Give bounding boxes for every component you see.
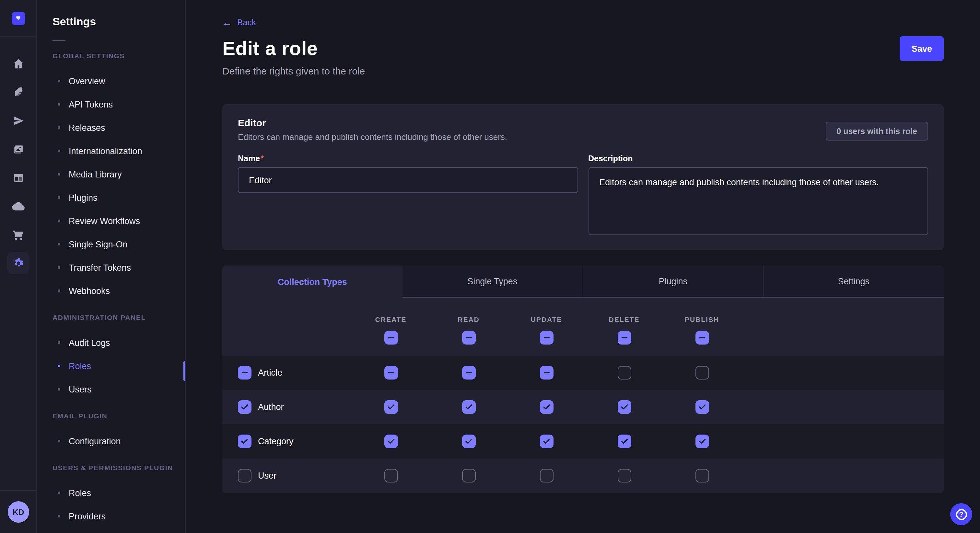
sidebar-item-roles-admin[interactable]: Roles — [52, 354, 185, 378]
update-checkbox[interactable] — [539, 469, 553, 482]
name-field-group: Name* — [238, 154, 578, 238]
sidebar-item-providers[interactable]: Providers — [52, 504, 185, 528]
row-select-checkbox[interactable] — [238, 400, 251, 414]
description-textarea[interactable]: Editors can manage and publish contents … — [588, 167, 928, 235]
settings-sidebar: Settings Global Settings Overview API To… — [37, 0, 186, 533]
layout-window-icon[interactable] — [6, 163, 30, 192]
update-checkbox[interactable] — [539, 435, 553, 448]
settings-nav-item[interactable] — [6, 249, 30, 277]
read-checkbox[interactable] — [462, 435, 476, 448]
question-mark-icon: ? — [956, 509, 967, 520]
create-checkbox[interactable] — [384, 366, 398, 379]
section-label: Global Settings — [52, 51, 185, 61]
save-button[interactable]: Save — [900, 36, 944, 61]
update-checkbox[interactable] — [539, 366, 553, 379]
section-email-plugin: Email Plugin Configuration — [52, 411, 185, 453]
sidebar-title: Settings — [52, 16, 185, 29]
workspace-logo-cell[interactable] — [0, 0, 36, 37]
tab-single-types[interactable]: Single Types — [402, 265, 583, 298]
sidebar-item-plugins[interactable]: Plugins — [52, 186, 185, 209]
content-type-label: Article — [258, 368, 282, 378]
help-button[interactable]: ? — [950, 503, 972, 525]
users-with-role-button[interactable]: 0 users with this role — [826, 122, 928, 141]
bullet-icon — [58, 440, 60, 443]
sidebar-item-api-tokens[interactable]: API Tokens — [52, 93, 185, 116]
create-checkbox[interactable] — [384, 435, 398, 448]
bullet-icon — [58, 289, 60, 292]
sidebar-item-roles-up[interactable]: Roles — [52, 481, 185, 504]
content-type-row: Category — [222, 424, 944, 458]
sidebar-item-media-library[interactable]: Media Library — [52, 163, 185, 186]
app-window: KD Settings Global Settings Overview API… — [0, 0, 980, 533]
role-name-heading: Editor — [238, 117, 928, 128]
description-label: Description — [588, 154, 928, 164]
read-checkbox[interactable] — [462, 366, 476, 379]
row-select-checkbox[interactable] — [238, 469, 251, 482]
back-link[interactable]: ← Back — [222, 17, 256, 27]
shopping-cart-icon[interactable] — [6, 220, 30, 249]
row-select-checkbox[interactable] — [238, 366, 251, 379]
publish-checkbox[interactable] — [695, 366, 709, 379]
sidebar-item-review-workflows[interactable]: Review Workflows — [52, 209, 185, 233]
feather-pen-icon[interactable] — [6, 78, 30, 106]
tab-collection-types[interactable]: Collection Types — [222, 265, 402, 298]
bullet-icon — [58, 173, 60, 176]
sidebar-item-users[interactable]: Users — [52, 378, 185, 401]
select-all-update-checkbox[interactable] — [539, 331, 553, 344]
sidebar-item-transfer-tokens[interactable]: Transfer Tokens — [52, 256, 185, 279]
publish-checkbox[interactable] — [695, 435, 709, 448]
page-subtitle: Define the rights given to the role — [222, 65, 944, 76]
sidebar-item-audit-logs[interactable]: Audit Logs — [52, 331, 185, 354]
bullet-icon — [58, 492, 60, 494]
row-select-checkbox[interactable] — [238, 435, 251, 448]
column-header-create: Create — [375, 316, 407, 323]
sidebar-item-single-sign-on[interactable]: Single Sign-On — [52, 233, 185, 256]
media-images-icon[interactable] — [6, 135, 30, 163]
section-global-settings: Global Settings Overview API Tokens Rele… — [52, 51, 185, 303]
paper-plane-icon[interactable] — [6, 106, 30, 135]
content-type-row: Author — [222, 390, 944, 424]
sidebar-item-releases[interactable]: Releases — [52, 116, 185, 139]
home-icon[interactable] — [6, 49, 30, 78]
sidebar-item-internationalization[interactable]: Internationalization — [52, 139, 185, 163]
bullet-icon — [58, 126, 60, 129]
publish-checkbox[interactable] — [695, 469, 709, 482]
gear-icon — [7, 252, 29, 274]
read-checkbox[interactable] — [462, 400, 476, 414]
delete-checkbox[interactable] — [617, 400, 631, 414]
cloud-icon[interactable] — [6, 192, 30, 220]
sidebar-item-configuration[interactable]: Configuration — [52, 429, 185, 453]
user-avatar[interactable]: KD — [8, 501, 29, 523]
role-description-text: Editors can manage and publish contents … — [238, 132, 928, 142]
select-all-publish-checkbox[interactable] — [695, 331, 709, 344]
read-checkbox[interactable] — [462, 469, 476, 482]
page-title: Edit a role — [222, 38, 318, 60]
section-users-permissions-plugin: Users & Permissions Plugin Roles Provide… — [52, 462, 185, 528]
scrollbar-thumb[interactable] — [183, 362, 185, 381]
select-all-create-checkbox[interactable] — [384, 331, 398, 344]
sidebar-item-webhooks[interactable]: Webhooks — [52, 279, 185, 303]
select-all-delete-checkbox[interactable] — [617, 331, 631, 344]
delete-checkbox[interactable] — [617, 435, 631, 448]
select-all-read-checkbox[interactable] — [462, 331, 476, 344]
delete-checkbox[interactable] — [617, 469, 631, 482]
strapi-logo-icon — [11, 11, 25, 25]
bullet-icon — [58, 150, 60, 152]
bullet-icon — [58, 388, 60, 390]
tab-settings[interactable]: Settings — [763, 265, 944, 298]
column-header-read: Read — [458, 316, 480, 323]
update-checkbox[interactable] — [539, 400, 553, 414]
permissions-rows: Article Author — [222, 355, 944, 493]
section-administration-panel: Administration Panel Audit Logs Roles Us… — [52, 312, 185, 401]
tab-plugins[interactable]: Plugins — [582, 265, 763, 298]
content-type-row: User — [222, 458, 944, 493]
delete-checkbox[interactable] — [617, 366, 631, 379]
rail-nav — [0, 49, 36, 277]
name-input[interactable] — [238, 167, 578, 193]
create-checkbox[interactable] — [384, 400, 398, 414]
permissions-tabs: Collection Types Single Types Plugins Se… — [222, 265, 944, 298]
create-checkbox[interactable] — [384, 469, 398, 482]
permissions-card: Collection Types Single Types Plugins Se… — [222, 265, 944, 493]
sidebar-item-overview[interactable]: Overview — [52, 69, 185, 93]
publish-checkbox[interactable] — [695, 400, 709, 414]
